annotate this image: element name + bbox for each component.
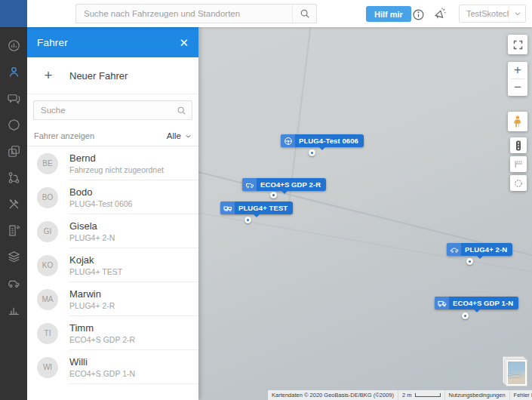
panel-title: Fahrer xyxy=(37,37,179,48)
workflow-icon[interactable] xyxy=(0,165,27,191)
driver-vehicle: ECO4+S GDP 2-R xyxy=(69,335,135,344)
ruler-icon xyxy=(514,159,524,169)
reports-icon[interactable]: A xyxy=(0,138,27,165)
driver-name: Kojak xyxy=(69,254,122,266)
driver-name: Willi xyxy=(69,356,135,368)
plus-icon: + xyxy=(27,67,69,84)
driver-row[interactable]: GI Gisela PLUG4+ 2-N xyxy=(27,214,198,248)
driver-search xyxy=(33,100,192,120)
avatar: GI xyxy=(37,221,58,242)
filter-label: Fahrer anzeigen xyxy=(34,131,167,140)
avatar: BE xyxy=(37,153,58,174)
megaphone-icon[interactable] xyxy=(433,8,447,21)
driver-vehicle: ECO4+S GDP 1-N xyxy=(69,369,135,378)
marker-label: PLUG4+ TEST xyxy=(235,204,293,212)
vehicle-position-dot[interactable] xyxy=(309,149,315,156)
vehicle-icon[interactable] xyxy=(0,270,27,297)
geofence-icon[interactable] xyxy=(0,112,27,138)
driver-vehicle: PLUG4+ TEST xyxy=(69,267,122,276)
new-driver-button[interactable]: + Neuer Fahrer xyxy=(27,57,198,94)
vehicle-marker[interactable]: ECO4+S GDP 1-N xyxy=(435,297,518,309)
driver-name: Marwin xyxy=(69,288,115,300)
fullscreen-button[interactable] xyxy=(508,35,527,54)
scale-label: 2 m xyxy=(402,392,412,398)
map-attribution-bar: Kartendaten © 2020 GeoBasis-DE/BKG (©200… xyxy=(268,390,532,400)
driver-row[interactable]: KO Kojak PLUG4+ TEST xyxy=(27,248,198,282)
avatar: WI xyxy=(37,357,58,378)
zoom-in-button[interactable]: + xyxy=(508,62,527,78)
driver-vehicle: PLUG4+ 2-N xyxy=(69,233,115,242)
drivers-panel: Fahrer ✕ + Neuer Fahrer Fahrer anzeigen … xyxy=(27,27,198,400)
pegman-button[interactable] xyxy=(508,112,527,131)
app-logo xyxy=(0,0,27,27)
area-select-button[interactable] xyxy=(510,175,527,191)
marker-label: PLUG4-Test 0606 xyxy=(295,137,364,145)
avatar: MA xyxy=(37,289,58,310)
van-icon xyxy=(242,178,257,191)
chevron-down-icon xyxy=(509,5,525,22)
topbar: Hilf mir TestSkotech xyxy=(0,0,532,27)
thumb-image: Street... xyxy=(506,359,527,386)
driver-name: Bodo xyxy=(69,186,132,198)
driver-row[interactable]: MA Marwin PLUG4+ 2-R xyxy=(27,282,198,316)
driver-list: BE Bernd Fahrzeug nicht zugeordnet BO Bo… xyxy=(27,146,198,384)
driver-vehicle: PLUG4+ 2-R xyxy=(69,301,115,310)
vehicle-marker[interactable]: PLUG4-Test 0606 xyxy=(281,134,364,147)
global-search-input[interactable] xyxy=(76,9,292,18)
map-canvas[interactable]: PLUG4-Test 0606 ECO4+S GDP 2-R PLUG4+ TE… xyxy=(198,27,532,400)
avatar: BO xyxy=(37,187,58,208)
vehicle-marker[interactable]: PLUG4+ 2-N xyxy=(447,243,512,256)
driver-row[interactable]: TI Timm ECO4+S GDP 2-R xyxy=(27,316,198,350)
scale-bar xyxy=(415,393,441,397)
global-search xyxy=(75,4,317,23)
app-window: Hilf mir TestSkotech xyxy=(0,0,532,400)
account-dropdown[interactable]: TestSkotech xyxy=(459,5,526,23)
traffic-light-icon xyxy=(515,140,521,151)
close-icon[interactable]: ✕ xyxy=(179,37,189,48)
vehicle-position-dot[interactable] xyxy=(466,258,473,265)
driver-row[interactable]: WI Willi ECO4+S GDP 1-N xyxy=(27,350,198,384)
main-nav-sidebar: A xyxy=(0,27,27,400)
driver-name: Bernd xyxy=(69,152,164,164)
driver-search-input[interactable] xyxy=(34,106,171,115)
map-scale: 2 m xyxy=(398,390,444,400)
messages-icon[interactable] xyxy=(0,85,27,112)
layers-icon[interactable] xyxy=(0,244,27,270)
measure-button[interactable] xyxy=(510,156,527,172)
stats-circle-icon[interactable] xyxy=(0,32,27,59)
filter-dropdown[interactable]: Alle xyxy=(167,131,192,140)
vehicle-marker[interactable]: ECO4+S GDP 2-R xyxy=(242,178,326,191)
search-icon[interactable] xyxy=(171,106,192,115)
driver-row[interactable]: BO Bodo PLUG4-Test 0606 xyxy=(27,180,198,214)
driver-name: Timm xyxy=(69,322,135,334)
truck-trailer-icon xyxy=(220,202,235,214)
marker-label: ECO4+S GDP 2-R xyxy=(257,180,326,189)
street-imagery-thumbnail[interactable]: Street... xyxy=(503,356,527,388)
fullscreen-icon xyxy=(512,39,524,51)
chevron-down-icon xyxy=(185,133,192,140)
vehicle-position-dot[interactable] xyxy=(244,217,251,223)
service-tools-icon[interactable] xyxy=(0,191,27,217)
box-truck-icon xyxy=(435,297,449,309)
avatar: KO xyxy=(37,255,58,276)
avatar: TI xyxy=(37,323,58,344)
logbook-icon[interactable] xyxy=(0,217,27,244)
vehicle-position-dot[interactable] xyxy=(462,312,469,319)
vehicle-position-dot[interactable] xyxy=(270,192,277,198)
report-error-link[interactable]: Fehler bei Google Maps melden xyxy=(510,390,532,400)
vehicle-marker[interactable]: PLUG4+ TEST xyxy=(220,202,293,214)
analytics-icon[interactable] xyxy=(0,297,27,323)
drivers-icon[interactable] xyxy=(0,59,27,85)
driver-row[interactable]: BE Bernd Fahrzeug nicht zugeordnet xyxy=(27,146,198,180)
zoom-out-button[interactable]: − xyxy=(508,79,527,96)
filter-value: Alle xyxy=(167,131,181,140)
pegman-icon xyxy=(512,115,523,128)
info-icon[interactable] xyxy=(411,8,425,21)
terms-link[interactable]: Nutzungsbedingungen xyxy=(445,390,509,400)
map-copyright: Kartendaten © 2020 GeoBasis-DE/BKG (©200… xyxy=(268,390,398,400)
help-button[interactable]: Hilf mir xyxy=(366,6,411,22)
traffic-layer-button[interactable] xyxy=(510,137,527,153)
zoom-control: + − xyxy=(508,62,527,96)
search-icon[interactable] xyxy=(292,5,316,23)
steering-wheel-icon xyxy=(281,134,295,147)
